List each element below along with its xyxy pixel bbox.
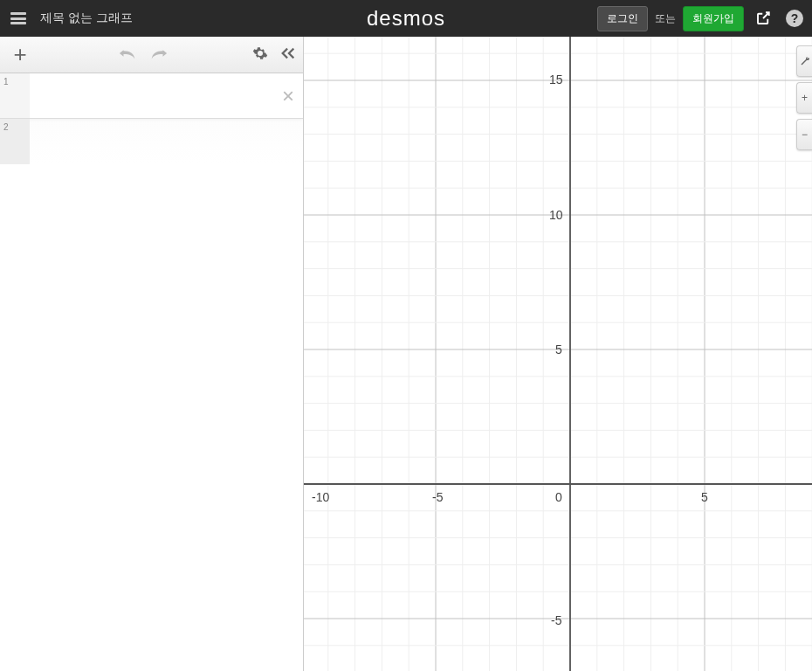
collapse-panel-button[interactable] <box>280 46 296 64</box>
x-axis-label: 0 <box>555 490 562 504</box>
x-axis-label: -5 <box>432 490 443 504</box>
delete-expression-button[interactable]: × <box>282 84 294 108</box>
x-axis-label: 5 <box>701 490 708 504</box>
header-actions: 로그인 또는 회원가입 ? <box>597 6 812 31</box>
undo-button[interactable] <box>119 45 138 65</box>
x-axis-label: -10 <box>312 490 329 504</box>
gear-icon <box>252 45 268 61</box>
y-axis-label: 10 <box>549 208 563 222</box>
expression-row[interactable]: 2 <box>0 119 303 164</box>
y-axis-label: 5 <box>555 342 562 356</box>
graph-settings-button[interactable] <box>796 45 812 77</box>
redo-icon <box>148 46 168 60</box>
undo-redo-group <box>119 45 168 65</box>
wrench-icon <box>800 56 810 66</box>
graph-side-controls: + − <box>796 45 812 150</box>
graph-title[interactable]: 제목 없는 그래프 <box>40 10 133 26</box>
zoom-out-button[interactable]: − <box>796 119 812 150</box>
share-button[interactable] <box>751 6 775 31</box>
expression-row[interactable]: 1 × <box>0 73 303 119</box>
share-icon <box>755 10 771 26</box>
signup-button[interactable]: 회원가입 <box>683 6 744 31</box>
undo-icon <box>119 46 138 60</box>
help-button[interactable]: ? <box>782 6 807 31</box>
expression-input[interactable] <box>30 73 303 118</box>
hamburger-icon <box>10 12 26 24</box>
y-axis-label: 15 <box>549 73 563 86</box>
menu-button[interactable] <box>0 0 37 37</box>
chevron-double-left-icon <box>280 46 296 60</box>
expression-toolbar: + <box>0 37 303 73</box>
or-text: 또는 <box>655 11 676 26</box>
app-header: 제목 없는 그래프 desmos 로그인 또는 회원가입 ? <box>0 0 812 37</box>
expression-list: 1 × 2 <box>0 73 303 671</box>
graph-canvas[interactable]: + − -10-50515105-5 <box>304 37 812 671</box>
desmos-logo: desmos <box>367 6 445 31</box>
add-expression-button[interactable]: + <box>7 41 33 68</box>
help-icon: ? <box>786 10 803 27</box>
redo-button[interactable] <box>148 45 168 65</box>
expression-index: 1 <box>0 73 30 118</box>
settings-button[interactable] <box>252 45 268 65</box>
zoom-in-button[interactable]: + <box>796 82 812 114</box>
body-area: + <box>0 37 812 671</box>
y-axis-label: -5 <box>551 613 561 627</box>
expression-input[interactable] <box>30 119 303 164</box>
expression-panel: + <box>0 37 304 671</box>
expression-index: 2 <box>0 119 30 164</box>
login-button[interactable]: 로그인 <box>597 6 648 31</box>
